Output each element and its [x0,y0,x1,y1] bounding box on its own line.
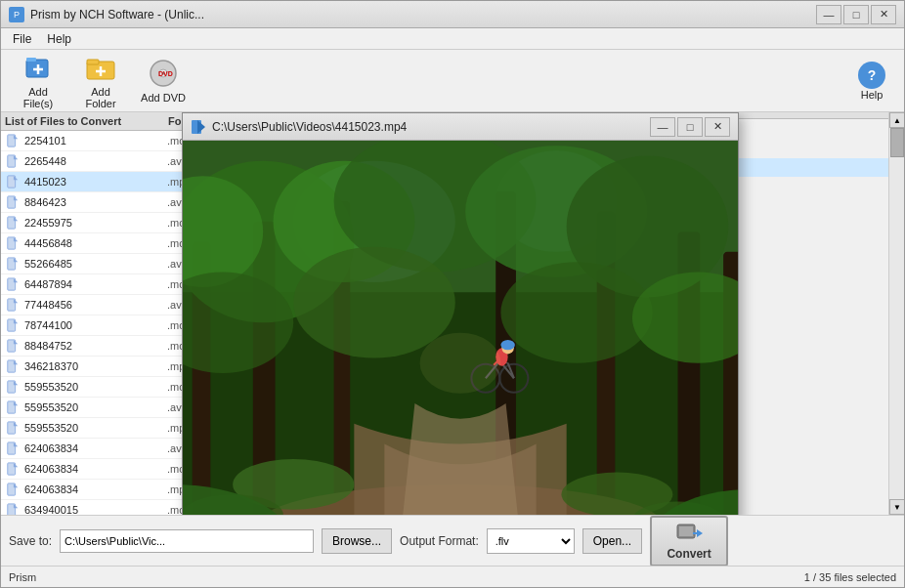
file-name: 559553520 [24,381,167,393]
col-name-header: List of Files to Convert [5,115,168,127]
svg-point-99 [500,340,514,350]
help-label: Help [861,89,883,101]
window-title: Prism by NCH Software - (Unlic... [30,8,816,21]
file-name: 77448456 [24,299,167,311]
add-folder-label: Add Folder [75,86,126,109]
menu-file[interactable]: File [5,30,39,48]
file-icon [5,482,21,497]
menu-help[interactable]: Help [39,30,79,48]
file-icon [5,379,21,395]
maximize-button[interactable]: □ [843,5,869,24]
file-name: 624063834 [24,442,167,454]
status-right: 1 / 35 files selected [804,571,896,583]
save-to-label: Save to: [9,534,52,548]
scroll-track[interactable] [889,128,904,499]
add-dvd-label: Add DVD [141,92,186,104]
status-left: Prism [9,571,36,583]
file-icon [5,420,21,436]
svg-rect-5 [87,60,99,64]
minimize-button[interactable]: — [816,5,841,24]
svg-text:DVD: DVD [158,70,173,77]
svg-marker-19 [14,196,18,200]
add-folder-button[interactable]: Add Folder [71,55,130,107]
close-button[interactable]: ✕ [871,5,896,24]
svg-marker-39 [14,401,18,405]
status-bar: Prism 1 / 35 files selected [1,566,904,587]
output-format-select[interactable]: .flv .mp4 .avi .mov [487,528,575,554]
svg-marker-49 [14,504,18,508]
file-name: 44456848 [24,237,167,249]
file-name: 4415023 [24,176,167,188]
content-area: List of Files to Convert Form... 2254101… [1,112,904,515]
video-area [183,141,738,515]
svg-marker-33 [14,340,18,344]
file-icon [5,133,21,148]
file-icon [5,358,21,374]
file-icon [5,441,21,456]
svg-marker-21 [14,217,18,221]
bottom-bar: Save to: Browse... Output Format: .flv .… [1,515,904,566]
file-icon [5,317,21,333]
svg-marker-29 [14,299,18,303]
add-files-icon [22,52,54,83]
svg-marker-17 [14,176,18,180]
dialog-title-bar: C:\Users\Public\Videos\4415023.mp4 — □ ✕ [183,113,738,141]
convert-button[interactable]: Convert [650,516,728,567]
video-frame [183,141,738,515]
svg-marker-23 [14,237,18,241]
svg-marker-43 [14,442,18,446]
file-name: 559553520 [24,401,167,413]
file-icon [5,276,21,292]
browse-button[interactable]: Browse... [322,528,392,554]
file-name: 88484752 [24,340,167,352]
file-name: 634940015 [24,504,167,515]
svg-marker-25 [14,258,18,262]
svg-marker-41 [14,422,18,426]
svg-point-81 [293,247,455,358]
file-name: 78744100 [24,319,167,331]
title-bar: P Prism by NCH Software - (Unlic... — □ … [1,1,904,28]
svg-marker-104 [697,529,703,537]
convert-label: Convert [667,547,711,561]
open-button[interactable]: Open... [582,528,642,554]
file-icon [5,502,21,515]
svg-point-101 [420,333,501,394]
svg-marker-15 [14,155,18,159]
scroll-thumb[interactable] [890,128,904,157]
add-dvd-button[interactable]: DVD Add DVD [134,55,193,107]
svg-marker-37 [14,381,18,385]
scroll-up-arrow[interactable]: ▲ [889,112,904,128]
file-name: 64487894 [24,278,167,290]
file-name: 8846423 [24,196,167,208]
dialog-minimize-button[interactable]: — [650,117,675,137]
scrollbar[interactable]: ▲ ▼ [888,112,904,515]
add-files-label: Add File(s) [13,86,64,109]
toolbar: Add File(s) Add Folder DVD [1,50,904,112]
file-name: 22455975 [24,217,167,229]
file-name: 624063834 [24,483,167,495]
help-button[interactable]: ? Help [847,58,896,105]
add-files-button[interactable]: Add File(s) [9,55,67,107]
video-file-icon [191,119,206,135]
menu-bar: File Help [1,28,904,50]
dialog-close-button[interactable]: ✕ [705,117,730,137]
add-dvd-icon: DVD [148,58,179,89]
svg-rect-1 [26,58,36,62]
add-folder-icon [85,52,116,83]
dialog-maximize-button[interactable]: □ [677,117,703,137]
svg-marker-27 [14,278,18,282]
main-window: P Prism by NCH Software - (Unlic... — □ … [0,0,905,588]
video-scene [183,141,738,515]
scroll-down-arrow[interactable]: ▼ [889,499,904,515]
window-controls: — □ ✕ [816,5,896,24]
file-icon [5,153,21,169]
video-dialog: C:\Users\Public\Videos\4415023.mp4 — □ ✕ [182,112,739,515]
help-icon: ? [858,62,885,89]
file-name: 346218370 [24,360,167,372]
file-icon [5,399,21,415]
svg-marker-47 [14,483,18,487]
save-to-input[interactable] [60,529,314,553]
file-icon [5,297,21,313]
file-icon [5,338,21,354]
dialog-title-text: C:\Users\Public\Videos\4415023.mp4 [212,120,650,134]
